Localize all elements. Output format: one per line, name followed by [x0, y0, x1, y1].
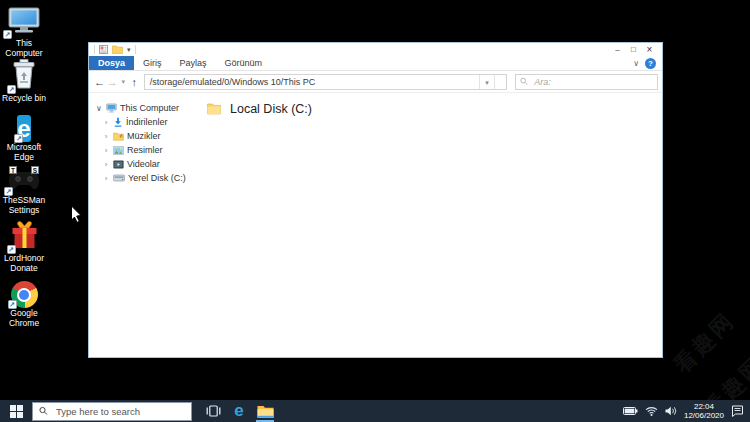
recycle-bin-icon: ↗: [10, 58, 38, 93]
gamepad-letter-t: T: [9, 166, 17, 174]
gift-icon: ↗: [10, 221, 39, 253]
tree-item-label: İndirilenler: [126, 117, 168, 127]
desktop-icon-label: This Computer: [1, 39, 47, 58]
this-computer-icon: ↗: [6, 7, 42, 38]
desktop-icon-label: LordHonor Donate: [1, 254, 47, 273]
chevron-right-icon[interactable]: ›: [102, 160, 110, 169]
desktop-icon-label: TheSSMan Settings: [1, 196, 47, 215]
up-button[interactable]: ↑: [128, 72, 141, 92]
window-titlebar[interactable]: ▾ – □ ×: [89, 43, 662, 56]
recent-locations-icon[interactable]: ▾: [119, 72, 128, 92]
tree-item-label: Müzikler: [127, 131, 161, 141]
ribbon-tabs: Dosya Giriş Paylaş Görünüm ∨ ?: [89, 56, 662, 71]
tab-paylas[interactable]: Paylaş: [171, 56, 216, 70]
computer-icon: [106, 103, 117, 113]
search-icon: [520, 77, 528, 86]
shortcut-overlay-icon: ↗: [7, 245, 16, 254]
gamepad-icon: T S ↗: [7, 168, 41, 195]
chevron-right-icon[interactable]: ›: [102, 132, 110, 141]
pictures-icon: [113, 146, 124, 155]
new-folder-icon[interactable]: [112, 45, 123, 54]
minimize-button[interactable]: –: [610, 44, 625, 56]
folder-icon: [207, 103, 221, 115]
taskbar: e 22:04: [0, 400, 750, 422]
address-bar[interactable]: /storage/emulated/0/Windows 10/This PC ▾: [144, 74, 507, 90]
desktop-icon-recycle-bin[interactable]: ↗ Recycle bin: [1, 58, 47, 104]
desktop-icon-this-computer[interactable]: ↗ This Computer: [1, 7, 47, 58]
music-folder-icon: [113, 132, 124, 141]
chevron-down-icon[interactable]: ∨: [95, 104, 103, 113]
help-button[interactable]: ?: [645, 58, 656, 69]
explorer-content: ∨ This Computer ›: [89, 93, 662, 356]
file-item-local-disk[interactable]: Local Disk (C:): [207, 102, 662, 116]
mouse-cursor: [70, 205, 83, 224]
back-button[interactable]: ←: [93, 72, 106, 92]
taskbar-search[interactable]: [32, 402, 192, 421]
quick-access-toolbar: ▾: [94, 44, 136, 55]
wifi-icon[interactable]: [645, 406, 658, 416]
navigation-pane: ∨ This Computer ›: [89, 93, 203, 356]
desktop: 看趣网 看趣网 ↗ This Computer: [0, 0, 750, 422]
file-explorer-window: ▾ – □ × Dosya Giriş Paylaş Görünüm ∨ ? ←…: [88, 42, 663, 358]
expand-ribbon-icon[interactable]: ∨: [633, 59, 639, 68]
address-path[interactable]: /storage/emulated/0/Windows 10/This PC: [145, 77, 479, 87]
tree-item-this-computer[interactable]: ∨ This Computer: [89, 101, 203, 115]
chevron-right-icon[interactable]: ›: [102, 118, 110, 127]
qat-separator: [135, 45, 136, 54]
taskbar-edge-button[interactable]: e: [226, 400, 252, 422]
desktop-icon-microsoft-edge[interactable]: e ↗ Microsoft Edge: [1, 116, 47, 162]
file-explorer-icon: [257, 405, 274, 418]
tab-dosya[interactable]: Dosya: [89, 56, 134, 70]
task-view-button[interactable]: [200, 400, 226, 422]
shortcut-overlay-icon: ↗: [8, 300, 17, 309]
taskbar-explorer-button[interactable]: [252, 400, 278, 422]
desktop-icon-label: Recycle bin: [1, 94, 47, 104]
shortcut-overlay-icon: ↗: [7, 85, 16, 94]
taskbar-clock[interactable]: 22:04 12/06/2020: [684, 402, 724, 420]
watermark: 看趣网: [667, 306, 741, 380]
refresh-button[interactable]: [494, 75, 506, 89]
task-view-icon: [206, 405, 221, 417]
explorer-search[interactable]: [515, 74, 658, 90]
tree-item-label: Yerel Disk (C:): [128, 173, 186, 183]
desktop-icon-thessman-settings[interactable]: T S ↗ TheSSMan Settings: [1, 168, 47, 215]
explorer-search-input[interactable]: [532, 76, 653, 88]
tree-item-label: This Computer: [120, 103, 179, 113]
tab-gorunum[interactable]: Görünüm: [216, 56, 272, 70]
tree-item-music[interactable]: › Müzikler: [89, 129, 203, 143]
desktop-icon-google-chrome[interactable]: ↗ Google Chrome: [1, 281, 47, 328]
qat-dropdown-icon[interactable]: ▾: [127, 45, 131, 54]
file-list-pane: Local Disk (C:): [203, 93, 662, 356]
navigation-toolbar: ← → ▾ ↑ /storage/emulated/0/Windows 10/T…: [89, 71, 662, 93]
battery-icon[interactable]: [623, 406, 638, 416]
forward-button[interactable]: →: [106, 72, 119, 92]
close-button[interactable]: ×: [642, 44, 657, 56]
chevron-right-icon[interactable]: ›: [102, 146, 110, 155]
tree-item-videos[interactable]: › Videolar: [89, 157, 203, 171]
tab-giris[interactable]: Giriş: [134, 56, 171, 70]
shortcut-overlay-icon: ↗: [14, 134, 23, 143]
windows-logo-icon: [10, 405, 23, 418]
desktop-icon-label: Google Chrome: [1, 309, 47, 328]
start-button[interactable]: [0, 400, 32, 422]
clock-date: 12/06/2020: [684, 411, 724, 420]
chevron-right-icon[interactable]: ›: [102, 174, 110, 183]
gamepad-letter-s: S: [31, 166, 39, 174]
tree-item-local-disk[interactable]: › Yerel Disk (C:): [89, 171, 203, 185]
desktop-icon-lordhonor-donate[interactable]: ↗ LordHonor Donate: [1, 221, 47, 273]
downloads-icon: [113, 117, 123, 127]
disk-drive-icon: [113, 174, 125, 182]
edge-icon: e: [234, 402, 243, 420]
maximize-button[interactable]: □: [626, 44, 641, 56]
address-dropdown-icon[interactable]: ▾: [479, 75, 494, 89]
tree-item-label: Videolar: [127, 159, 160, 169]
desktop-icon-label: Microsoft Edge: [1, 143, 47, 162]
videos-icon: [113, 160, 124, 169]
tree-item-downloads[interactable]: › İndirilenler: [89, 115, 203, 129]
tree-item-pictures[interactable]: › Resimler: [89, 143, 203, 157]
volume-icon[interactable]: [665, 406, 677, 416]
action-center-icon[interactable]: [731, 405, 744, 417]
system-tray: 22:04 12/06/2020: [623, 402, 750, 420]
properties-icon[interactable]: [99, 45, 108, 54]
taskbar-search-input[interactable]: [54, 405, 185, 418]
